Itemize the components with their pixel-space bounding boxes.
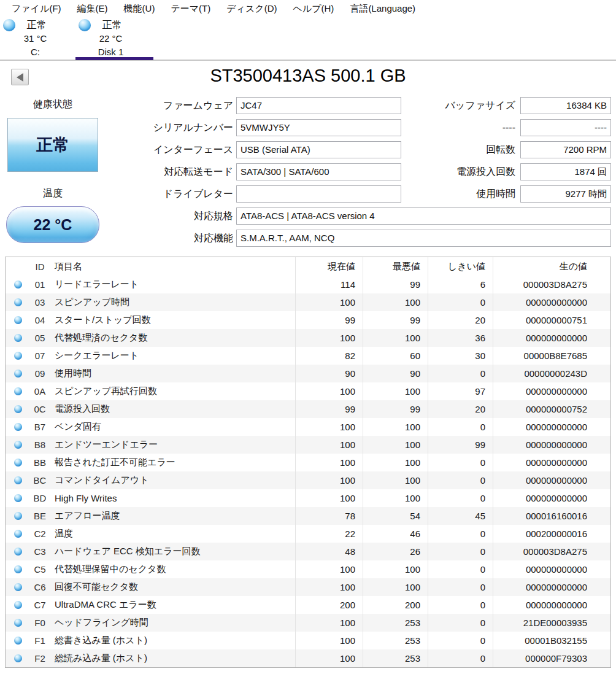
status-dot-cell	[6, 418, 30, 436]
menu-item-3[interactable]: テーマ(T)	[163, 0, 218, 17]
cell-worst: 100	[363, 418, 428, 436]
cell-worst: 253	[363, 632, 428, 649]
cell-raw: 000000000000	[493, 489, 610, 507]
smart-attribute-row[interactable]: 04スタート/ストップ回数999920000000000751	[6, 311, 610, 329]
status-dot-cell	[6, 632, 30, 649]
cell-worst: 99	[363, 311, 428, 329]
cell-worst: 100	[363, 471, 428, 489]
disk-tab-disk-1[interactable]: 正常22 °CDisk 1	[75, 17, 153, 60]
smart-attribute-row[interactable]: BCコマンドタイムアウト1001000000000000000	[6, 471, 610, 489]
cell-worst: 60	[363, 347, 428, 365]
attribute-status-good-icon	[14, 316, 22, 324]
smart-attribute-row[interactable]: BB報告された訂正不可能エラー1001000000000000000	[6, 454, 610, 471]
cell-raw: 000000000000	[493, 418, 610, 436]
menu-item-4[interactable]: ディスク(D)	[218, 0, 285, 17]
smart-attribute-row[interactable]: C5代替処理保留中のセクタ数1001000000000000000	[6, 560, 610, 578]
cell-current: 100	[296, 632, 363, 649]
cell-threshold: 0	[428, 632, 493, 649]
menu-item-1[interactable]: 編集(E)	[69, 0, 116, 17]
smart-attribute-row[interactable]: C2温度22460000200000016	[6, 525, 610, 543]
status-dot-cell	[6, 329, 30, 347]
header-worst: 最悪値	[363, 257, 428, 276]
cell-threshold: 0	[428, 578, 493, 596]
smart-attribute-row[interactable]: 07シークエラーレート82603000000B8E7685	[6, 347, 610, 365]
smart-attribute-row[interactable]: C6回復不可能セクタ数1001000000000000000	[6, 578, 610, 596]
cell-worst: 100	[363, 293, 428, 311]
smart-attribute-row[interactable]: F0ヘッドフライング時間100253021DE00003935	[6, 614, 610, 632]
header-threshold: しきい値	[428, 257, 493, 276]
cell-threshold: 0	[428, 649, 493, 667]
menu-item-5[interactable]: ヘルプ(H)	[285, 0, 342, 17]
cell-current: 22	[296, 525, 363, 543]
cell-name: 総読み込み量 (ホスト)	[50, 649, 296, 667]
header-name: 項目名	[50, 257, 296, 276]
cell-worst: 100	[363, 436, 428, 454]
cell-current: 100	[296, 382, 363, 400]
cell-raw: 000000000000	[493, 382, 610, 400]
cell-current: 100	[296, 489, 363, 507]
attribute-status-good-icon	[14, 601, 22, 609]
smart-attribute-row[interactable]: BEエアフロー温度785445000016160016	[6, 507, 610, 525]
smart-attribute-row[interactable]: B7ベンダ固有1001000000000000000	[6, 418, 610, 436]
status-dot-cell	[6, 649, 30, 667]
cell-current: 100	[296, 560, 363, 578]
smart-attribute-row[interactable]: 05代替処理済のセクタ数10010036000000000000	[6, 329, 610, 347]
left-field-value-4	[236, 185, 401, 203]
cell-worst: 99	[363, 276, 428, 293]
disk-tab-name: Disk 1	[75, 47, 146, 57]
wide-field-label-1: 対応機能	[92, 230, 233, 247]
cell-raw: 00000000243D	[493, 365, 610, 382]
cell-id: BE	[30, 507, 50, 525]
cell-worst: 100	[363, 382, 428, 400]
header-id: ID	[30, 257, 50, 276]
health-status-indicator[interactable]: 正常	[7, 118, 98, 172]
menu-item-2[interactable]: 機能(U)	[116, 0, 163, 17]
menu-bar: ファイル(F)編集(E)機能(U)テーマ(T)ディスク(D)ヘルプ(H)言語(L…	[0, 0, 616, 17]
cell-id: C5	[30, 560, 50, 578]
cell-worst: 99	[363, 400, 428, 418]
cell-threshold: 97	[428, 382, 493, 400]
smart-attribute-row[interactable]: BDHigh Fly Writes1001000000000000000	[6, 489, 610, 507]
cell-threshold: 0	[428, 489, 493, 507]
cell-id: 0C	[30, 400, 50, 418]
smart-attribute-row[interactable]: B8エンドツーエンドエラー10010099000000000000	[6, 436, 610, 454]
menu-item-6[interactable]: 言語(Language)	[342, 0, 423, 17]
smart-attribute-row[interactable]: 03スピンアップ時間1001000000000000000	[6, 293, 610, 311]
cell-name: リードエラーレート	[50, 276, 296, 293]
attribute-status-good-icon	[14, 548, 22, 556]
cell-id: 01	[30, 276, 50, 293]
cell-name: 温度	[50, 525, 296, 543]
menu-item-0[interactable]: ファイル(F)	[4, 0, 69, 17]
cell-raw: 000000000751	[493, 311, 610, 329]
cell-worst: 100	[363, 454, 428, 471]
cell-threshold: 0	[428, 560, 493, 578]
smart-attribute-row[interactable]: C7UltraDMA CRC エラー数2002000000000000000	[6, 596, 610, 614]
status-dot-cell	[6, 543, 30, 560]
smart-attribute-row[interactable]: F2総読み込み量 (ホスト)1002530000000F79303	[6, 649, 610, 667]
cell-worst: 100	[363, 578, 428, 596]
disk-tab-c-[interactable]: 正常31 °CC:	[0, 17, 78, 60]
smart-attribute-row[interactable]: C3ハードウェア ECC 検知エラー回数48260000003D8A275	[6, 543, 610, 560]
cell-raw: 000000000000	[493, 329, 610, 347]
cell-name: スピンアップ時間	[50, 293, 296, 311]
status-dot-cell	[6, 471, 30, 489]
status-dot-cell	[6, 507, 30, 525]
attribute-status-good-icon	[14, 619, 22, 627]
smart-attribute-row[interactable]: 01リードエラーレート114996000003D8A275	[6, 276, 610, 293]
cell-current: 200	[296, 596, 363, 614]
cell-raw: 000000000000	[493, 596, 610, 614]
cell-raw: 000016160016	[493, 507, 610, 525]
status-dot-cell	[6, 347, 30, 365]
smart-attribute-row[interactable]: 09使用時間9090000000000243D	[6, 365, 610, 382]
right-field-value-2: 7200 RPM	[520, 141, 611, 158]
smart-attribute-row[interactable]: 0Aスピンアップ再試行回数10010097000000000000	[6, 382, 610, 400]
cell-raw: 000000000752	[493, 400, 610, 418]
smart-attribute-row[interactable]: 0C電源投入回数999920000000000752	[6, 400, 610, 418]
cell-raw: 000000000000	[493, 293, 610, 311]
left-field-value-1: 5VMWJY5Y	[236, 119, 401, 136]
status-dot-cell	[6, 400, 30, 418]
cell-threshold: 0	[428, 596, 493, 614]
wide-field-value-0: ATA8-ACS | ATA8-ACS version 4	[236, 207, 611, 225]
cell-current: 100	[296, 578, 363, 596]
smart-attribute-row[interactable]: F1総書き込み量 (ホスト)100253000001B032155	[6, 632, 610, 649]
